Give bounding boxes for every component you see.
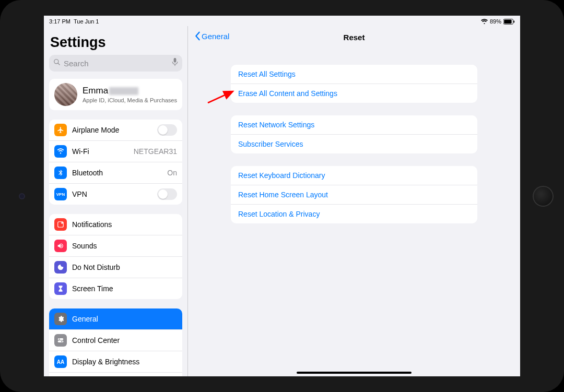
status-date: Tue Jun 1 (74, 18, 99, 25)
sidebar-item-do-not-disturb[interactable]: Do Not Disturb (49, 256, 182, 278)
settings-title: Settings (50, 34, 181, 51)
svg-rect-10 (58, 341, 64, 343)
camera-dot (20, 194, 24, 198)
detail-navbar: General Reset (188, 26, 520, 48)
detail-pane: General Reset Reset All Settings Erase A… (188, 26, 520, 376)
sidebar-item-label: Control Center (72, 336, 177, 345)
reset-group-3: Reset Keyboard Dictionary Reset Home Scr… (231, 166, 477, 223)
back-button[interactable]: General (194, 31, 229, 41)
status-bar: 3:17 PM Tue Jun 1 89% (44, 16, 520, 26)
search-icon (53, 58, 61, 68)
home-button[interactable] (533, 186, 554, 207)
sidebar-item-bluetooth[interactable]: Bluetooth On (49, 162, 182, 183)
reset-keyboard-dictionary[interactable]: Reset Keyboard Dictionary (231, 166, 477, 185)
sidebar-item-wifi[interactable]: Wi-Fi NETGEAR31 (49, 140, 182, 162)
sidebar-item-airplane-mode[interactable]: Airplane Mode (49, 120, 182, 140)
toggle-switch[interactable] (157, 188, 177, 200)
screen: 3:17 PM Tue Jun 1 89% Settings (44, 16, 520, 376)
back-button-label: General (202, 32, 229, 41)
sidebar-item-label: Screen Time (72, 284, 177, 293)
search-field[interactable]: Search (49, 55, 182, 72)
reset-all-settings[interactable]: Reset All Settings (231, 65, 477, 84)
speaker-icon (54, 240, 67, 252)
mic-icon[interactable] (172, 58, 178, 68)
profile-name: Emma (83, 86, 177, 96)
sidebar-item-screen-time[interactable]: Screen Time (49, 278, 182, 299)
svg-point-11 (59, 339, 60, 340)
battery-icon (503, 19, 515, 25)
settings-sidebar[interactable]: Settings Search (44, 26, 188, 376)
redacted-surname (109, 87, 138, 95)
hourglass-icon (54, 282, 67, 295)
reset-network-settings[interactable]: Reset Network Settings (231, 115, 477, 134)
svg-point-8 (61, 222, 63, 224)
general-group: General Control Center AA Display & Brig… (49, 308, 182, 376)
sidebar-item-label: Wi-Fi (72, 147, 134, 156)
sidebar-item-label: Notifications (72, 220, 177, 229)
sidebar-item-label: Sounds (72, 242, 177, 250)
battery-percent: 89% (490, 18, 501, 25)
alerts-group: Notifications Sounds Do Not Disturb (49, 214, 182, 299)
reset-group-1: Reset All Settings Erase All Content and… (231, 65, 477, 103)
sidebar-item-value: NETGEAR31 (134, 147, 177, 156)
svg-rect-1 (504, 19, 511, 23)
switches-icon (54, 334, 67, 347)
detail-title: Reset (344, 33, 365, 42)
vpn-icon: VPN (54, 188, 67, 200)
profile-card[interactable]: Emma Apple ID, iCloud, Media & Purchases (49, 79, 182, 110)
bell-icon (54, 218, 67, 231)
sidebar-item-general[interactable]: General (49, 308, 182, 329)
airplane-icon (54, 124, 67, 136)
toggle-switch[interactable] (157, 124, 177, 136)
avatar (54, 83, 77, 106)
wifi-icon (54, 145, 67, 158)
erase-all-content-and-settings[interactable]: Erase All Content and Settings (231, 84, 477, 103)
aa-icon: AA (54, 355, 67, 368)
subscriber-services[interactable]: Subscriber Services (231, 134, 477, 153)
sidebar-item-home-screen-dock[interactable]: Home Screen & Dock (49, 372, 182, 376)
profile-subtitle: Apple ID, iCloud, Media & Purchases (83, 97, 177, 103)
sidebar-item-vpn[interactable]: VPN VPN (49, 183, 182, 205)
detail-body: Reset All Settings Erase All Content and… (188, 48, 520, 228)
sidebar-item-label: Airplane Mode (72, 126, 157, 134)
sidebar-item-value: On (167, 169, 177, 177)
sidebar-item-control-center[interactable]: Control Center (49, 329, 182, 351)
reset-home-screen-layout[interactable]: Reset Home Screen Layout (231, 185, 477, 204)
status-time: 3:17 PM (49, 18, 70, 25)
moon-icon (54, 261, 67, 274)
bluetooth-icon (54, 167, 67, 179)
sidebar-item-sounds[interactable]: Sounds (49, 235, 182, 256)
sidebar-item-display-brightness[interactable]: AA Display & Brightness (49, 351, 182, 372)
ipad-frame: 3:17 PM Tue Jun 1 89% Settings (0, 0, 564, 392)
search-placeholder: Search (64, 59, 172, 68)
wifi-status-icon (481, 19, 488, 24)
chevron-left-icon (194, 31, 201, 41)
sidebar-item-label: Bluetooth (72, 169, 167, 177)
svg-rect-5 (174, 58, 177, 63)
sidebar-item-label: Display & Brightness (72, 358, 177, 366)
svg-line-4 (58, 63, 60, 65)
sidebar-item-label: VPN (72, 190, 157, 198)
reset-group-2: Reset Network Settings Subscriber Servic… (231, 115, 477, 153)
gear-icon (54, 313, 67, 325)
sidebar-item-label: Do Not Disturb (72, 263, 177, 271)
home-indicator[interactable] (297, 372, 412, 374)
reset-location-privacy[interactable]: Reset Location & Privacy (231, 204, 477, 223)
svg-rect-2 (513, 20, 514, 22)
svg-point-12 (61, 341, 62, 342)
connectivity-group: Airplane Mode Wi-Fi NETGEAR31 (49, 120, 182, 205)
svg-rect-9 (58, 338, 64, 340)
sidebar-item-notifications[interactable]: Notifications (49, 214, 182, 235)
sidebar-item-label: General (72, 315, 177, 323)
